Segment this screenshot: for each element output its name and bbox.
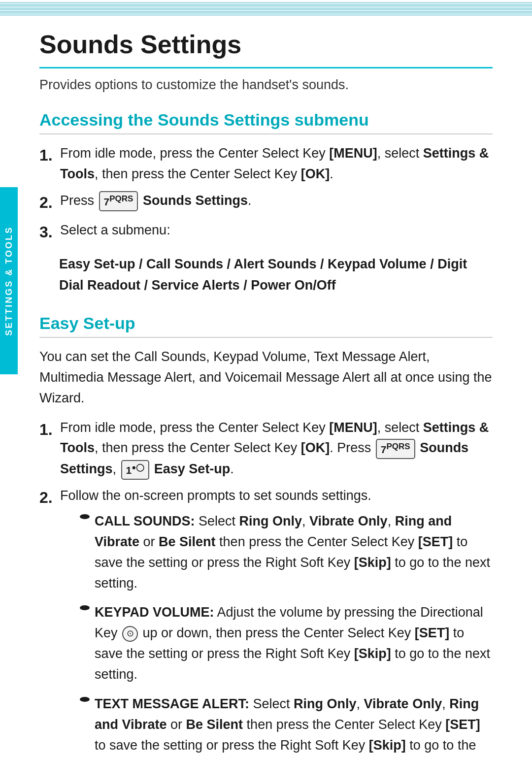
easy-step-1-text: From idle mode, press the Center Select … xyxy=(60,418,493,480)
page-subtitle: Provides options to customize the handse… xyxy=(39,77,493,93)
bullet-text-message-alert: TEXT MESSAGE ALERT: Select Ring Only, Vi… xyxy=(80,694,493,757)
directional-key-icon: ⊙ xyxy=(122,626,138,642)
top-line-8 xyxy=(0,14,532,16)
easy-step-2-text: Follow the on-screen prompts to set soun… xyxy=(60,486,493,757)
submenu-options-text: Easy Set-up / Call Sounds / Alert Sounds… xyxy=(59,257,467,293)
bullet-keypad-volume: KEYPAD VOLUME: Adjust the volume by pres… xyxy=(80,602,493,685)
accessing-step-2: 2. Press 7PQRS Sounds Settings. xyxy=(39,191,493,214)
bullet-dot-2 xyxy=(80,605,90,610)
easy-step-2-num: 2. xyxy=(39,486,57,509)
easy-setup-bullets: CALL SOUNDS: Select Ring Only, Vibrate O… xyxy=(80,511,493,757)
easy-step-2: 2. Follow the on-screen prompts to set s… xyxy=(39,486,493,757)
key-7pqrs-2: 7PQRS xyxy=(376,439,415,460)
easy-step-1-num: 1. xyxy=(39,418,57,441)
key-7pqrs: 7PQRS xyxy=(99,191,138,212)
section-accessing-heading: Accessing the Sounds Settings submenu xyxy=(39,110,493,134)
section-easy-setup: Easy Set-up You can set the Call Sounds,… xyxy=(39,314,493,757)
section-easy-setup-heading: Easy Set-up xyxy=(39,314,493,338)
key-1: 1●◯ xyxy=(121,460,150,480)
step-3-text: Select a submenu: xyxy=(60,220,493,241)
accessing-step-3: 3. Select a submenu: xyxy=(39,220,493,244)
sidebar-label-text: SETTINGS & TOOLS xyxy=(4,226,14,336)
step-1-num: 1. xyxy=(39,143,57,167)
page-container: SETTINGS & TOOLS Sounds Settings Provide… xyxy=(0,0,532,757)
accessing-step-1: 1. From idle mode, press the Center Sele… xyxy=(39,143,493,185)
accessing-steps-list: 1. From idle mode, press the Center Sele… xyxy=(39,143,493,244)
section-accessing: Accessing the Sounds Settings submenu 1.… xyxy=(39,110,493,296)
bullet-text-message-alert-text: TEXT MESSAGE ALERT: Select Ring Only, Vi… xyxy=(95,694,493,757)
sidebar-label: SETTINGS & TOOLS xyxy=(0,187,18,374)
main-content: Sounds Settings Provides options to cust… xyxy=(0,18,532,757)
easy-step-1: 1. From idle mode, press the Center Sele… xyxy=(39,418,493,480)
submenu-options-block: Easy Set-up / Call Sounds / Alert Sounds… xyxy=(59,254,493,296)
step-2-num: 2. xyxy=(39,191,57,214)
top-decorative-lines xyxy=(0,0,532,18)
step-1-text: From idle mode, press the Center Select … xyxy=(60,143,493,185)
bullet-keypad-volume-text: KEYPAD VOLUME: Adjust the volume by pres… xyxy=(95,602,493,685)
bullet-call-sounds-text: CALL SOUNDS: Select Ring Only, Vibrate O… xyxy=(95,511,493,593)
page-title: Sounds Settings xyxy=(39,18,493,68)
bullet-dot-1 xyxy=(80,514,90,519)
easy-setup-intro: You can set the Call Sounds, Keypad Volu… xyxy=(39,347,493,409)
step-3-num: 3. xyxy=(39,220,57,244)
step-2-text: Press 7PQRS Sounds Settings. xyxy=(60,191,493,212)
bullet-call-sounds: CALL SOUNDS: Select Ring Only, Vibrate O… xyxy=(80,511,493,593)
easy-setup-steps-list: 1. From idle mode, press the Center Sele… xyxy=(39,418,493,757)
bullet-dot-3 xyxy=(80,697,90,702)
